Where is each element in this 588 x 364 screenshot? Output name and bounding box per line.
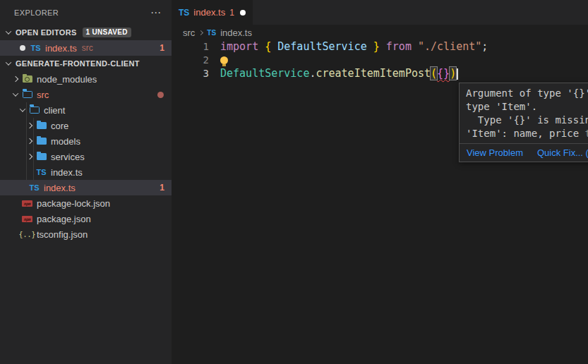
- project-name-label: GENERATE-FRONTEND-CLIENT: [16, 59, 140, 68]
- error-message-line: 'Item': name, price ts(2345): [466, 127, 588, 140]
- code-token: ts(2345): [585, 128, 588, 139]
- typescript-file-icon: TS: [35, 164, 47, 180]
- open-editor-file-name: index.ts: [45, 43, 77, 54]
- file-label: models: [51, 136, 80, 147]
- sidebar-title-row: EXPLORER ⋯: [0, 0, 172, 25]
- line-content: import { DefaultService } from "./client…: [209, 40, 488, 54]
- tab-file-name: index.ts: [193, 7, 225, 18]
- vscode-window: EXPLORER ⋯ OPEN EDITORS 1 UNSAVED TS ind…: [0, 0, 588, 364]
- tab-index-ts[interactable]: TS index.ts 1: [172, 0, 253, 25]
- chevron-down-icon: [17, 108, 28, 112]
- open-editor-file-path: src: [82, 43, 93, 53]
- unsaved-dot-icon[interactable]: [240, 10, 246, 16]
- file-tree: node_modulessrcclientcoremodelsservicesT…: [0, 71, 172, 242]
- folder-icon: [35, 133, 47, 149]
- line-number: 2: [172, 54, 209, 67]
- file-label: node_modules: [37, 74, 97, 85]
- open-editors-label: OPEN EDITORS: [16, 28, 77, 37]
- project-section-header[interactable]: GENERATE-FRONTEND-CLIENT: [0, 56, 172, 71]
- typescript-file-icon: TS: [28, 180, 40, 195]
- more-actions-icon[interactable]: ⋯: [150, 9, 162, 16]
- code-token: Type '{}' is missing the following prope…: [466, 114, 588, 126]
- chevron-down-icon: [3, 30, 14, 35]
- editor-area: TS index.ts 1 src TS index.ts 1import { …: [172, 0, 588, 364]
- code-token: DefaultService: [277, 40, 366, 53]
- breadcrumb: src TS index.ts: [172, 25, 588, 40]
- code-token: DefaultService: [220, 67, 309, 80]
- code-token: }: [373, 40, 380, 53]
- view-problem-link[interactable]: View Problem: [467, 147, 523, 158]
- code-token: "./client": [418, 40, 481, 53]
- file-label: core: [51, 121, 68, 131]
- tree-item-node-modules[interactable]: node_modules: [0, 71, 172, 87]
- tab-bar: TS index.ts 1: [172, 0, 588, 25]
- tree-item-client[interactable]: client: [0, 102, 172, 118]
- tree-item-src[interactable]: src: [0, 87, 172, 102]
- error-message: Argument of type '{}' is not assignable …: [460, 83, 588, 143]
- error-message-line: type 'Item'.: [466, 100, 588, 114]
- line-number: 3: [172, 67, 209, 80]
- code-token: type 'Item'.: [466, 101, 537, 112]
- code-token: [412, 40, 418, 53]
- code-token: [380, 40, 386, 53]
- error-tooltip: Argument of type '{}' is not assignable …: [459, 83, 588, 162]
- chevron-down-icon: [10, 92, 21, 97]
- code-token: [258, 40, 265, 53]
- tree-item-core[interactable]: core: [0, 118, 172, 133]
- chevron-right-icon: [24, 123, 35, 128]
- typescript-file-icon: TS: [207, 29, 216, 37]
- code-token: ;: [481, 40, 488, 53]
- code-editor[interactable]: 1import { DefaultService } from "./clien…: [172, 40, 588, 80]
- quick-fix-link[interactable]: Quick Fix... (Ctrl+.): [537, 147, 588, 158]
- tree-item-tsconfig-json[interactable]: {..}tsconfig.json: [0, 226, 172, 242]
- error-count-badge: 1: [160, 43, 172, 53]
- explorer-sidebar: EXPLORER ⋯ OPEN EDITORS 1 UNSAVED TS ind…: [0, 0, 172, 364]
- unsaved-count-badge: 1 UNSAVED: [83, 28, 131, 37]
- tree-item-package-lock-json[interactable]: npmpackage-lock.json: [0, 195, 172, 211]
- code-token: {: [265, 40, 271, 53]
- code-line-2[interactable]: 2: [172, 54, 588, 67]
- file-label: package-lock.json: [37, 198, 110, 209]
- open-editor-item-index-ts[interactable]: TS index.ts src 1: [0, 40, 172, 56]
- npm-file-icon: npm: [21, 211, 33, 226]
- breadcrumb-separator-icon: [198, 30, 203, 35]
- chevron-right-icon: [24, 139, 35, 143]
- line-content: DefaultService.createItemItemPost({}): [209, 67, 458, 80]
- file-label: index.ts: [44, 183, 76, 193]
- folder-open-icon: [28, 102, 40, 118]
- folder-open-icon: [21, 87, 33, 102]
- code-token: [271, 40, 277, 53]
- code-token: from: [386, 40, 412, 53]
- code-token: [367, 40, 373, 53]
- tree-item-services[interactable]: services: [0, 149, 172, 164]
- code-token: {}: [437, 67, 450, 80]
- file-label: tsconfig.json: [37, 229, 88, 240]
- typescript-file-icon: TS: [30, 40, 42, 56]
- tree-item-index-ts[interactable]: TSindex.ts: [0, 164, 172, 180]
- chevron-down-icon: [3, 61, 14, 66]
- breadcrumb-file[interactable]: index.ts: [220, 28, 252, 38]
- tab-error-count: 1: [229, 8, 234, 18]
- folder-icon: [35, 149, 47, 164]
- tree-item-package-json[interactable]: npmpackage.json: [0, 211, 172, 226]
- folder-npm-icon: [21, 71, 33, 87]
- file-label: index.ts: [51, 167, 83, 178]
- code-line-3[interactable]: 3DefaultService.createItemItemPost({}): [172, 67, 588, 80]
- tree-item-models[interactable]: models: [0, 133, 172, 149]
- line-number: 1: [172, 40, 209, 54]
- chevron-right-icon: [10, 77, 21, 81]
- chevron-right-icon: [24, 154, 35, 159]
- code-token: Argument of type '{}' is not assignable …: [466, 87, 588, 99]
- code-token: ): [450, 67, 456, 80]
- error-message-line: Type '{}' is missing the following prope…: [466, 114, 588, 127]
- code-line-1[interactable]: 1import { DefaultService } from "./clien…: [172, 40, 588, 54]
- breadcrumb-folder[interactable]: src: [183, 28, 195, 38]
- open-editors-header[interactable]: OPEN EDITORS 1 UNSAVED: [0, 25, 172, 40]
- tree-item-index-ts[interactable]: TSindex.ts1: [0, 180, 172, 195]
- typescript-file-icon: TS: [179, 8, 189, 18]
- json-file-icon: {..}: [21, 226, 33, 242]
- code-token: (: [431, 67, 437, 80]
- tooltip-footer: View Problem Quick Fix... (Ctrl+.): [460, 143, 588, 162]
- code-token: import: [220, 40, 258, 53]
- explorer-title: EXPLORER: [14, 8, 59, 17]
